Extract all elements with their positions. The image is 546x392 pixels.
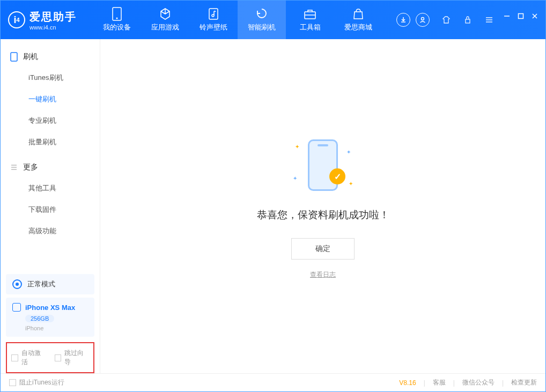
footer-link-update[interactable]: 检查更新: [511, 378, 537, 387]
top-nav: 我的设备 应用游戏 铃声壁纸 智能刷机 工具箱 爱思商城: [93, 1, 382, 39]
cube-icon: [159, 8, 172, 20]
svg-rect-7: [519, 14, 523, 19]
device-name: iPhone XS Max: [25, 304, 75, 312]
ok-button[interactable]: 确定: [291, 238, 355, 260]
phone-icon: [10, 52, 18, 62]
nav-label: 智能刷机: [248, 23, 276, 32]
nav-apps-games[interactable]: 应用游戏: [141, 1, 189, 39]
logo-area: i4 爱思助手 www.i4.cn: [8, 10, 77, 31]
music-file-icon: [207, 8, 220, 20]
sidebar-item-batch-flash[interactable]: 批量刷机: [1, 131, 100, 153]
normal-mode-icon: [12, 279, 22, 289]
sparkle-icon: ✦: [293, 175, 297, 181]
nav-label: 爱思商城: [344, 23, 372, 32]
checkbox-label: 阻止iTunes运行: [19, 378, 64, 387]
main-content: ✦ ✦ ✦ ✦ ✓ 恭喜您，保资料刷机成功啦！ 确定 查看日志: [100, 39, 545, 373]
version-label: V8.16: [399, 379, 416, 387]
nav-my-device[interactable]: 我的设备: [93, 1, 141, 39]
success-illustration: ✦ ✦ ✦ ✦ ✓: [291, 133, 355, 197]
maximize-button[interactable]: [518, 13, 524, 27]
footer-right: V8.16 | 客服 | 微信公众号 | 检查更新: [399, 378, 537, 387]
minimize-button[interactable]: [504, 13, 510, 27]
toolbox-icon: [304, 8, 316, 20]
nav-label: 工具箱: [300, 23, 321, 32]
download-button[interactable]: [396, 13, 410, 27]
mode-label: 正常模式: [27, 279, 55, 289]
sidebar-group-more: 更多: [1, 157, 100, 177]
refresh-shield-icon: [255, 8, 268, 20]
titlebar: i4 爱思助手 www.i4.cn 我的设备 应用游戏 铃声壁纸 智能刷机: [1, 1, 545, 39]
user-button[interactable]: [416, 13, 430, 27]
svg-rect-6: [466, 19, 470, 23]
logo-text: 爱思助手 www.i4.cn: [29, 10, 77, 31]
titlebar-right: [396, 13, 538, 27]
sparkle-icon: ✦: [349, 181, 353, 187]
sidebar-item-download-firmware[interactable]: 下载固件: [1, 199, 100, 220]
device-type: iPhone: [25, 325, 88, 331]
skin-icon[interactable]: [439, 13, 453, 27]
device-storage-badge: 256GB: [25, 315, 54, 322]
svg-point-1: [116, 18, 118, 19]
sparkle-icon: ✦: [295, 144, 299, 150]
options-highlight-box: 自动激活 跳过向导: [6, 342, 94, 373]
sparkle-icon: ✦: [346, 149, 351, 155]
sidebar-item-itunes-flash[interactable]: iTunes刷机: [1, 67, 100, 88]
checkbox-icon: [9, 379, 16, 386]
app-window: i4 爱思助手 www.i4.cn 我的设备 应用游戏 铃声壁纸 智能刷机: [0, 0, 546, 392]
sidebar-item-other-tools[interactable]: 其他工具: [1, 177, 100, 199]
menu-icon[interactable]: [482, 13, 496, 27]
body-area: 刷机 iTunes刷机 一键刷机 专业刷机 批量刷机 更多 其他工具 下载固件 …: [1, 39, 545, 373]
nav-label: 应用游戏: [151, 23, 179, 32]
checkbox-block-itunes[interactable]: 阻止iTunes运行: [9, 378, 64, 387]
nav-toolbox[interactable]: 工具箱: [286, 1, 334, 39]
sidebar: 刷机 iTunes刷机 一键刷机 专业刷机 批量刷机 更多 其他工具 下载固件 …: [1, 39, 100, 373]
sidebar-item-oneclick-flash[interactable]: 一键刷机: [1, 88, 100, 110]
checkbox-icon: [55, 354, 62, 361]
device-small-icon: [12, 303, 21, 312]
lock-icon[interactable]: [461, 13, 475, 27]
checkbox-icon: [11, 354, 18, 361]
bag-icon: [352, 8, 365, 20]
mode-box[interactable]: 正常模式: [6, 274, 94, 294]
nav-store[interactable]: 爱思商城: [334, 1, 382, 39]
view-log-link[interactable]: 查看日志: [310, 270, 336, 279]
svg-rect-2: [209, 9, 218, 19]
device-icon: [110, 8, 123, 20]
footer-link-support[interactable]: 客服: [433, 378, 446, 387]
sidebar-item-advanced[interactable]: 高级功能: [1, 220, 100, 242]
app-subtitle: www.i4.cn: [29, 24, 77, 31]
sidebar-group-flash: 刷机: [1, 47, 100, 67]
nav-label: 铃声壁纸: [200, 23, 227, 32]
app-logo-icon: i4: [8, 11, 25, 28]
footer: 阻止iTunes运行 V8.16 | 客服 | 微信公众号 | 检查更新: [1, 373, 545, 391]
sidebar-bottom: 正常模式 iPhone XS Max 256GB iPhone 自动激活: [1, 271, 100, 373]
sidebar-item-pro-flash[interactable]: 专业刷机: [1, 110, 100, 131]
close-button[interactable]: [532, 13, 538, 27]
nav-ringtone-wallpaper[interactable]: 铃声壁纸: [189, 1, 238, 39]
checkbox-skip-guide[interactable]: 跳过向导: [55, 349, 90, 367]
list-icon: [10, 164, 18, 171]
svg-point-5: [422, 18, 424, 20]
device-box[interactable]: iPhone XS Max 256GB iPhone: [6, 298, 94, 337]
svg-point-3: [212, 14, 214, 17]
window-controls: [439, 13, 538, 27]
checkbox-label: 跳过向导: [64, 349, 89, 367]
svg-rect-8: [11, 53, 17, 61]
app-title: 爱思助手: [29, 10, 77, 24]
check-badge-icon: ✓: [329, 168, 345, 184]
checkbox-auto-activate[interactable]: 自动激活: [11, 349, 46, 367]
footer-link-wechat[interactable]: 微信公众号: [462, 378, 495, 387]
nav-smart-flash[interactable]: 智能刷机: [238, 1, 286, 39]
nav-label: 我的设备: [103, 23, 131, 32]
group-title: 刷机: [23, 52, 38, 62]
checkbox-label: 自动激活: [21, 349, 46, 367]
success-message: 恭喜您，保资料刷机成功啦！: [257, 208, 389, 222]
group-title: 更多: [23, 162, 38, 172]
